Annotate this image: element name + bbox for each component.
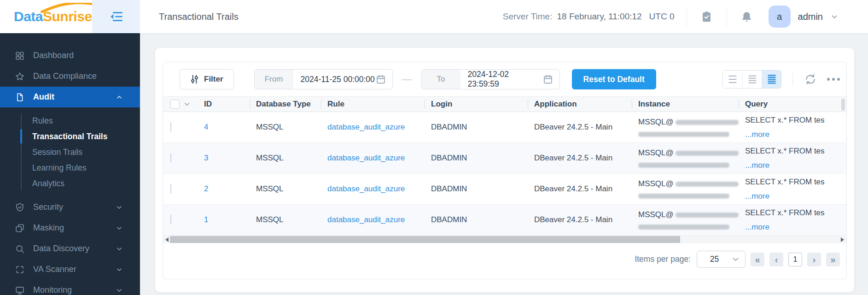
cell-login: DBADMIN [425,123,528,132]
first-page-button[interactable]: « [751,253,764,266]
sidebar-item-rules[interactable]: Rules [0,113,140,129]
content-card: Filter From 2024-11-25 00:00:00 — To [155,48,854,292]
user-menu-button[interactable] [829,13,839,20]
id-link[interactable]: 1 [204,215,208,224]
row-select-cell [163,215,198,224]
cell-instance: MSSQL@ [632,210,739,230]
ellipsis-icon [832,78,835,81]
cell-query: SELECT x.* FROM tes ...more [739,116,846,139]
density-compact-button[interactable] [762,71,781,88]
chevron-down-icon[interactable] [184,101,190,107]
reset-to-default-button[interactable]: Reset to Default [572,69,656,89]
scroll-right-icon[interactable] [841,237,844,242]
column-header-query[interactable]: Query [739,97,846,112]
cell-application: DBeaver 24.2.5 - Main [528,184,632,194]
rule-link[interactable]: database_audit_azure [327,153,405,162]
scrollbar-thumb[interactable] [170,236,680,243]
page-title: Transactional Trails [159,0,239,33]
prev-page-button[interactable]: ‹ [769,253,783,266]
items-per-page-select[interactable]: 25 [697,251,746,268]
rule-link[interactable]: database_audit_azure [327,184,405,193]
row-select-cell [163,123,198,132]
star-icon [15,71,26,82]
last-page-button[interactable]: » [826,253,840,266]
density-high-icon [768,74,776,85]
date-from-input[interactable]: From 2024-11-25 00:00:00 [254,69,393,89]
density-low-icon [728,74,737,85]
id-link[interactable]: 2 [204,184,208,193]
notifications-button[interactable] [739,11,755,23]
rule-link[interactable]: database_audit_azure [327,123,405,131]
date-to-input[interactable]: To 2024-12-02 23:59:59 [421,69,560,89]
sidebar-subitem-label: Analytics [32,179,64,189]
column-header-id[interactable]: ID [198,97,250,112]
query-preview: SELECT x.* FROM tes [745,147,846,156]
id-link[interactable]: 3 [204,153,208,162]
redacted-text [638,163,729,168]
row-select-cell [163,184,198,194]
ellipsis-icon [827,78,830,81]
more-actions-button[interactable] [827,78,840,81]
refresh-button[interactable] [804,73,817,85]
date-from-value[interactable]: 2024-11-25 00:00:00 [293,75,375,84]
row-checkbox[interactable] [170,184,171,194]
redacted-text [676,182,739,187]
table-row: 3 MSSQL database_audit_azure DBADMIN DBe… [163,143,846,174]
user-avatar[interactable]: a [769,6,791,28]
prev-page-icon: ‹ [775,255,778,264]
scroll-left-icon[interactable] [165,237,169,242]
current-page-button[interactable]: 1 [788,253,802,266]
row-checkbox[interactable] [170,153,171,163]
calendar-icon[interactable] [375,74,386,85]
date-to-value[interactable]: 2024-12-02 23:59:59 [460,70,542,89]
brand-logo-sunrise: Sunrise [43,9,92,24]
density-medium-button[interactable] [742,71,762,88]
tasks-button[interactable] [699,11,715,23]
column-header-application[interactable]: Application [528,97,632,112]
column-header-instance[interactable]: Instance [632,97,739,112]
sidebar-item-va-scanner[interactable]: VA Scanner [0,259,140,280]
sidebar-item-data-discovery[interactable]: Data Discovery [0,238,140,259]
date-to-label: To [422,70,460,89]
next-page-button[interactable]: › [807,253,821,266]
row-density-toggle [722,70,781,88]
query-more-link[interactable]: ...more [745,161,846,170]
sidebar-item-masking[interactable]: Masking [0,218,140,238]
sidebar-item-dashboard[interactable]: Dashboard [0,45,140,66]
collapse-sidebar-button[interactable] [92,0,140,33]
sidebar-item-security[interactable]: Security [0,197,140,218]
horizontal-scrollbar[interactable] [163,236,846,243]
sidebar-item-session-trails[interactable]: Session Trails [0,144,140,160]
density-comfortable-button[interactable] [723,71,742,88]
vertical-scrollbar[interactable] [841,99,845,111]
column-header-database-type[interactable]: Database Type [250,97,321,112]
instance-prefix: MSSQL@ [638,148,674,158]
sidebar-item-learning-rules[interactable]: Learning Rules [0,160,140,176]
date-from-label: From [255,70,293,89]
rule-link[interactable]: database_audit_azure [327,215,405,224]
sidebar-item-analytics[interactable]: Analytics [0,176,140,191]
column-header-rule[interactable]: Rule [321,97,425,112]
sidebar-item-monitoring[interactable]: Monitoring [0,280,140,295]
row-checkbox[interactable] [170,215,171,224]
query-more-link[interactable]: ...more [745,130,846,139]
items-per-page-value: 25 [697,254,732,264]
query-more-link[interactable]: ...more [745,223,846,232]
row-checkbox[interactable] [170,122,171,132]
cell-database-type: MSSQL [250,184,321,194]
sidebar-item-audit[interactable]: Audit [0,87,140,107]
sidebar-item-label: Audit [33,92,54,102]
last-page-icon: » [830,255,835,264]
cell-rule: database_audit_azure [321,184,425,194]
tools-divider [792,72,793,86]
select-all-checkbox[interactable] [170,100,180,109]
calendar-icon[interactable] [542,74,553,85]
select-all-cell [163,97,198,112]
id-link[interactable]: 4 [204,123,208,131]
sidebar-item-data-compliance[interactable]: Data Compliance [0,66,140,87]
sidebar-item-transactional-trails[interactable]: Transactional Trails [0,129,140,144]
filter-button[interactable]: Filter [180,69,234,89]
clipboard-check-icon [700,11,713,23]
column-header-login[interactable]: Login [425,97,528,112]
query-more-link[interactable]: ...more [745,192,846,201]
